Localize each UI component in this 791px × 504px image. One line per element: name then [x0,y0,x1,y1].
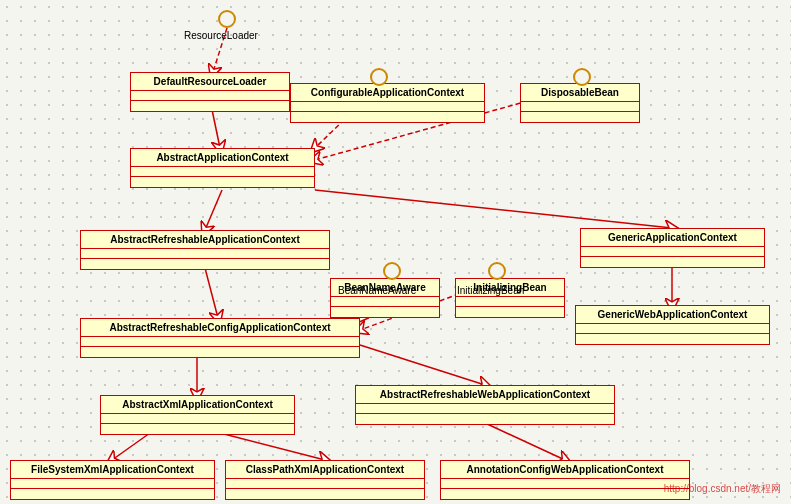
watermark: http://blog.csdn.net/教程网 [664,482,781,496]
box-section1-disposableBean [521,102,639,112]
box-section1-beanNameAware [331,297,439,307]
lbl-beanNameAware: BeanNameAware [338,285,416,296]
uml-box-annotationConfigWebApplicationContext: AnnotationConfigWebApplicationContext [440,460,690,500]
box-section1-defaultResourceLoader [131,91,289,101]
uml-box-abstractXmlApplicationContext: AbstractXmlApplicationContext [100,395,295,435]
uml-box-defaultResourceLoader: DefaultResourceLoader [130,72,290,112]
uml-box-initializingBean: InitializingBean [455,278,565,318]
svg-line-5 [315,190,672,228]
box-section2-abstractXmlApplicationContext [101,424,294,434]
uml-box-abstractRefreshableWebApplicationContext: AbstractRefreshableWebApplicationContext [355,385,615,425]
svg-line-6 [205,268,218,318]
uml-box-abstractApplicationContext: AbstractApplicationContext [130,148,315,188]
uml-box-abstractRefreshableApplicationContext: AbstractRefreshableApplicationContext [80,230,330,270]
uml-box-beanNameAware: BeanNameAware [330,278,440,318]
circle-initializingBean [488,262,506,280]
box-title-configurableApplicationContext: ConfigurableApplicationContext [291,84,484,102]
uml-box-fileSystemXmlApplicationContext: FileSystemXmlApplicationContext [10,460,215,500]
box-title-defaultResourceLoader: DefaultResourceLoader [131,73,289,91]
circle-configurableApplicationContext [370,68,388,86]
box-section1-annotationConfigWebApplicationContext [441,479,689,489]
box-section1-abstractXmlApplicationContext [101,414,294,424]
box-title-classPathXmlApplicationContext: ClassPathXmlApplicationContext [226,461,424,479]
box-section2-abstractRefreshableConfigApplicationContext [81,347,359,357]
box-title-abstractXmlApplicationContext: AbstractXmlApplicationContext [101,396,294,414]
lbl-resourceLoader: ResourceLoader [184,30,258,41]
uml-box-configurableApplicationContext: ConfigurableApplicationContext [290,83,485,123]
svg-line-11 [360,345,485,385]
box-section1-configurableApplicationContext [291,102,484,112]
box-section1-genericApplicationContext [581,247,764,257]
box-section2-genericWebApplicationContext [576,334,769,344]
box-title-disposableBean: DisposableBean [521,84,639,102]
box-section1-abstractRefreshableApplicationContext [81,249,329,259]
uml-box-classPathXmlApplicationContext: ClassPathXmlApplicationContext [225,460,425,500]
svg-line-4 [205,190,222,230]
box-section2-genericApplicationContext [581,257,764,267]
uml-box-disposableBean: DisposableBean [520,83,640,123]
box-section2-abstractRefreshableWebApplicationContext [356,414,614,424]
uml-box-genericWebApplicationContext: GenericWebApplicationContext [575,305,770,345]
circle-resourceLoader [218,10,236,28]
circle-beanNameAware [383,262,401,280]
box-section1-abstractRefreshableWebApplicationContext [356,404,614,414]
box-section1-abstractRefreshableConfigApplicationContext [81,337,359,347]
box-section2-beanNameAware [331,307,439,317]
box-section2-annotationConfigWebApplicationContext [441,489,689,499]
box-title-abstractRefreshableWebApplicationContext: AbstractRefreshableWebApplicationContext [356,386,614,404]
svg-line-13 [220,433,325,460]
box-section2-initializingBean [456,307,564,317]
box-section1-initializingBean [456,297,564,307]
box-section2-configurableApplicationContext [291,112,484,122]
box-title-genericApplicationContext: GenericApplicationContext [581,229,764,247]
box-section2-disposableBean [521,112,639,122]
box-title-genericWebApplicationContext: GenericWebApplicationContext [576,306,769,324]
box-section2-classPathXmlApplicationContext [226,489,424,499]
svg-line-14 [485,423,565,460]
circle-disposableBean [573,68,591,86]
box-section1-classPathXmlApplicationContext [226,479,424,489]
box-section2-abstractApplicationContext [131,177,314,187]
box-title-abstractRefreshableApplicationContext: AbstractRefreshableApplicationContext [81,231,329,249]
box-section1-genericWebApplicationContext [576,324,769,334]
svg-line-12 [112,433,150,460]
box-title-abstractRefreshableConfigApplicationContext: AbstractRefreshableConfigApplicationCont… [81,319,359,337]
box-section2-abstractRefreshableApplicationContext [81,259,329,269]
box-section1-fileSystemXmlApplicationContext [11,479,214,489]
box-title-fileSystemXmlApplicationContext: FileSystemXmlApplicationContext [11,461,214,479]
uml-box-genericApplicationContext: GenericApplicationContext [580,228,765,268]
lbl-initializingBean: InitializingBean [457,285,524,296]
box-section2-fileSystemXmlApplicationContext [11,489,214,499]
box-title-abstractApplicationContext: AbstractApplicationContext [131,149,314,167]
box-section2-defaultResourceLoader [131,101,289,111]
uml-box-abstractRefreshableConfigApplicationContext: AbstractRefreshableConfigApplicationCont… [80,318,360,358]
box-title-annotationConfigWebApplicationContext: AnnotationConfigWebApplicationContext [441,461,689,479]
box-section1-abstractApplicationContext [131,167,314,177]
